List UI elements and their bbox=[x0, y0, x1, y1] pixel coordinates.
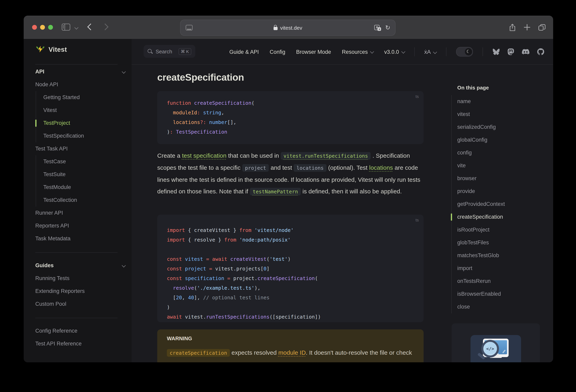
outline-item-serializedconfig[interactable]: serializedConfig bbox=[457, 121, 540, 134]
tab-overview-icon[interactable] bbox=[538, 24, 546, 31]
browser-window: vitest.dev A x ↻ bbox=[24, 16, 553, 362]
outline-item-name[interactable]: name bbox=[457, 95, 540, 108]
github-icon[interactable] bbox=[537, 48, 544, 55]
inline-link[interactable]: locations bbox=[369, 164, 393, 171]
inline-code[interactable]: createSpecification bbox=[167, 349, 230, 357]
logo-text: Vitest bbox=[49, 46, 67, 53]
sidebar-item-testsuite[interactable]: TestSuite bbox=[36, 168, 132, 181]
outline-item-import[interactable]: import bbox=[457, 262, 540, 275]
sidebar-item-runner-api[interactable]: Runner API bbox=[24, 207, 132, 219]
sidebar-toggle-icon[interactable] bbox=[62, 24, 70, 30]
vitest-site: Vitest APINode APIGetting StartedVitestT… bbox=[24, 39, 553, 362]
inline-link[interactable]: test specification bbox=[182, 152, 227, 159]
outline-item-ontestsrerun[interactable]: onTestsRerun bbox=[457, 275, 540, 288]
sidebar-section-guides[interactable]: Guides bbox=[24, 259, 132, 272]
sidebar-item-config-reference[interactable]: Config Reference bbox=[24, 325, 132, 337]
sidebar-item-reporters-api[interactable]: Reporters API bbox=[24, 219, 132, 232]
new-tab-icon[interactable] bbox=[523, 24, 531, 31]
share-icon[interactable] bbox=[509, 24, 516, 31]
doc-content: createSpecification ts function createSp… bbox=[132, 65, 553, 362]
inline-code[interactable]: project bbox=[242, 164, 269, 172]
chevron-down-icon bbox=[433, 50, 437, 54]
minimize-window-button[interactable] bbox=[40, 25, 45, 30]
sidebar-item-running-tests[interactable]: Running Tests bbox=[24, 272, 132, 285]
sidebar-item-vitest[interactable]: Vitest bbox=[36, 104, 132, 117]
translate-icon[interactable]: A x bbox=[374, 25, 381, 31]
outline-item-globalconfig[interactable]: globalConfig bbox=[457, 134, 540, 147]
sidebar-item-test-task-api[interactable]: Test Task API bbox=[24, 142, 132, 155]
address-bar[interactable]: vitest.dev A x ↻ bbox=[180, 20, 396, 36]
outline-item-vite[interactable]: vite bbox=[457, 159, 540, 172]
page-title: createSpecification bbox=[157, 72, 244, 83]
outline-item-isrootproject[interactable]: isRootProject bbox=[457, 223, 540, 236]
search-label: Search bbox=[156, 48, 175, 54]
outline-item-vitest[interactable]: vitest bbox=[457, 108, 540, 121]
inline-link[interactable]: vitest.runTestSpecifications bbox=[281, 152, 371, 160]
chevron-down-icon bbox=[122, 70, 126, 74]
text: Create a bbox=[157, 152, 182, 159]
zoom-window-button[interactable] bbox=[48, 25, 53, 30]
search-button[interactable]: Search ⌘ K bbox=[144, 45, 195, 58]
back-button[interactable] bbox=[87, 24, 94, 30]
sidebar-section-api[interactable]: API bbox=[24, 65, 132, 78]
sidebar-item-task-metadata[interactable]: Task Metadata bbox=[24, 232, 132, 245]
code-line: const specification = project.createSpec… bbox=[167, 274, 414, 283]
sidebar-item-testspecification[interactable]: TestSpecification bbox=[36, 130, 132, 142]
code-line: const project = vitest.projects[0] bbox=[167, 264, 414, 274]
code-block-signature: ts function createSpecification( moduleI… bbox=[157, 91, 424, 144]
search-icon bbox=[148, 49, 152, 54]
outline-item-browser[interactable]: browser bbox=[457, 172, 540, 185]
nav-link-v3-0-0[interactable]: v3.0.0 bbox=[384, 49, 405, 55]
sidebar-subgroup: Getting StartedVitestTestProjectTestSpec… bbox=[36, 91, 132, 142]
code-language-label: ts bbox=[416, 94, 419, 99]
description-paragraph: Create a test specification that can be … bbox=[157, 150, 427, 197]
code-language-label: ts bbox=[416, 217, 419, 222]
outline-item-isbrowserenabled[interactable]: isBrowserEnabled bbox=[457, 288, 540, 301]
inline-code[interactable]: locations bbox=[294, 164, 326, 172]
language-switcher[interactable]: ẋA bbox=[424, 49, 436, 55]
outline-item-provide[interactable]: provide bbox=[457, 185, 540, 198]
screen: vitest.dev A x ↻ bbox=[0, 0, 576, 392]
inline-link[interactable]: testNamePattern bbox=[250, 188, 301, 195]
sidebar-item-test-api-reference[interactable]: Test API Reference bbox=[24, 337, 132, 350]
code-line: await vitest.runTestSpecifications([spec… bbox=[167, 312, 414, 322]
bluesky-icon[interactable] bbox=[492, 49, 500, 55]
vitest-logo[interactable]: Vitest bbox=[36, 42, 67, 57]
mastodon-icon[interactable] bbox=[507, 48, 514, 55]
sidebar-item-testproject[interactable]: TestProject bbox=[36, 117, 132, 130]
reload-icon[interactable]: ↻ bbox=[385, 25, 390, 31]
sidebar-item-custom-pool[interactable]: Custom Pool bbox=[24, 298, 132, 311]
discord-icon[interactable] bbox=[522, 49, 529, 55]
outline-item-globtestfiles[interactable]: globTestFiles bbox=[457, 236, 540, 249]
code-line: import { createVitest } from 'vitest/nod… bbox=[167, 225, 414, 235]
code-line: resolve('./example.test.ts'), bbox=[167, 283, 414, 293]
code-line: locations?: number[], bbox=[167, 118, 414, 127]
sidebar-item-node-api[interactable]: Node API bbox=[24, 78, 132, 91]
sidebar-item-testcollection[interactable]: TestCollection bbox=[36, 194, 132, 207]
forward-button[interactable] bbox=[102, 24, 109, 30]
nav-link-browser-mode[interactable]: Browser Mode bbox=[296, 49, 331, 55]
chevron-down-icon[interactable] bbox=[74, 26, 78, 30]
outline-item-matchestestglob[interactable]: matchesTestGlob bbox=[457, 249, 540, 262]
inline-link[interactable]: module ID bbox=[278, 349, 306, 356]
outline-item-close[interactable]: close bbox=[457, 301, 540, 313]
outline-item-getprovidedcontext[interactable]: getProvidedContext bbox=[457, 198, 540, 211]
ad-card[interactable]: </> bbox=[452, 323, 540, 362]
on-this-page-title: On this page bbox=[457, 82, 489, 93]
sidebar-item-testmodule[interactable]: TestModule bbox=[36, 181, 132, 194]
nav-link-config[interactable]: Config bbox=[270, 49, 285, 55]
navbar-menu: Guide & APIConfigBrowser ModeResourcesv3… bbox=[229, 39, 544, 65]
active-indicator bbox=[35, 120, 36, 127]
window-controls bbox=[32, 25, 53, 30]
page-settings-icon[interactable] bbox=[186, 25, 193, 30]
outline-item-createspecification[interactable]: createSpecification bbox=[457, 211, 540, 223]
sidebar-item-testcase[interactable]: TestCase bbox=[36, 155, 132, 168]
theme-toggle[interactable]: ☾ bbox=[456, 47, 473, 57]
outline-item-config[interactable]: config bbox=[457, 147, 540, 159]
nav-link-resources[interactable]: Resources bbox=[342, 49, 374, 55]
close-window-button[interactable] bbox=[32, 25, 37, 30]
nav-link-guide-api[interactable]: Guide & API bbox=[229, 49, 259, 55]
browser-titlebar: vitest.dev A x ↻ bbox=[24, 16, 553, 39]
sidebar-item-getting-started[interactable]: Getting Started bbox=[36, 91, 132, 104]
sidebar-item-extending-reporters[interactable]: Extending Reporters bbox=[24, 285, 132, 298]
